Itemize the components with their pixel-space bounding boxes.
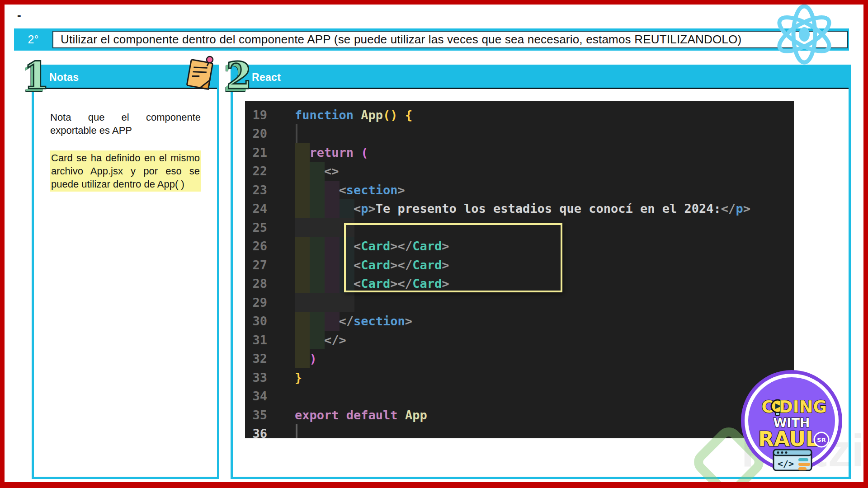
line-number: 35	[245, 408, 267, 422]
indent-guide	[296, 424, 297, 438]
code-line[interactable]: 18	[245, 101, 794, 106]
indent-guide	[325, 218, 340, 237]
code-line[interactable]: 36	[245, 424, 794, 438]
code-line[interactable]: 19function App() {	[245, 106, 794, 125]
step-2-number: 2	[226, 57, 252, 94]
code-line[interactable]: 32 )	[245, 349, 794, 368]
indent-guide	[296, 124, 297, 143]
header-bar: 2° Utilizar el componente dentro del com…	[14, 28, 849, 51]
code-line[interactable]: 33}	[245, 368, 794, 387]
code-text: <p>Te presento los estadios que conocí e…	[295, 202, 750, 216]
code-line[interactable]: 22 <>	[245, 162, 794, 181]
line-number: 19	[245, 108, 267, 122]
line-number: 32	[245, 352, 267, 366]
badge-word-coding-rest: DING	[779, 397, 827, 417]
coding-with-raul-badge: C DING WITH RAUL SR </>	[739, 368, 844, 473]
line-number: 28	[245, 277, 267, 291]
code-text: }	[295, 371, 302, 385]
code-line[interactable]: 30 </section>	[245, 312, 794, 331]
code-line[interactable]: 35export default App	[245, 406, 794, 425]
line-number: 24	[245, 202, 267, 216]
react-logo-icon	[770, 2, 839, 66]
code-text: export default App	[295, 408, 427, 422]
code-window-icon: </>	[774, 450, 811, 470]
code-text: <section>	[295, 183, 405, 197]
code-line[interactable]: 24 <p>Te presento los estadios que conoc…	[245, 199, 794, 218]
indent-guide	[295, 293, 310, 312]
code-text: </>	[295, 333, 346, 347]
notes-body: Nota que el componente exportable es APP…	[34, 89, 217, 192]
line-number: 23	[245, 183, 267, 197]
code-text: return (	[295, 145, 368, 160]
code-glyph: </>	[778, 458, 794, 469]
stray-dash: -	[17, 8, 21, 22]
code-line[interactable]: 23 <section>	[245, 181, 794, 200]
slide-page: - 2° Utilizar el componente dentro del c…	[0, 0, 868, 488]
line-number: 29	[245, 296, 267, 310]
code-text: function App() {	[295, 108, 412, 122]
memo-note-icon	[184, 55, 219, 93]
code-line[interactable]: 31 </>	[245, 331, 794, 350]
line-number: 20	[245, 127, 267, 141]
line-number: 31	[245, 333, 267, 347]
indent-guide	[310, 293, 325, 312]
notes-panel: Notas Nota que el componente exportable …	[32, 65, 219, 479]
badge-word-raul: RAUL	[758, 427, 818, 451]
code-line[interactable]: 20	[245, 124, 794, 143]
line-number: 25	[245, 221, 267, 235]
note-paragraph: Nota que el componente exportable es APP	[50, 111, 201, 137]
indent-guide	[340, 293, 354, 312]
indent-guide	[325, 293, 340, 312]
code-text: <>	[295, 164, 339, 178]
code-line[interactable]: 21 return (	[245, 143, 794, 162]
note-highlighted-paragraph: Card se ha definido en el mismo archivo …	[50, 150, 201, 192]
header-title-box: Utilizar el componente dentro del compon…	[52, 31, 848, 48]
code-line[interactable]: 29	[245, 293, 794, 312]
code-text: </section>	[295, 314, 412, 328]
step-1-number: 1	[24, 57, 49, 94]
line-number: 30	[245, 314, 267, 328]
react-panel-header: React	[233, 67, 849, 89]
sr-sub-badge: SR	[814, 432, 829, 447]
code-editor[interactable]: 1819function App() {2021 return (22 <>23…	[245, 101, 794, 438]
line-number: 26	[245, 239, 267, 253]
line-number: 18	[245, 101, 267, 103]
line-number: 27	[245, 258, 267, 272]
line-number: 22	[245, 164, 267, 178]
code-line[interactable]: 34	[245, 387, 794, 406]
code-text: )	[295, 352, 317, 366]
line-number: 33	[245, 371, 267, 385]
line-number: 36	[245, 427, 267, 438]
line-number: 21	[245, 145, 267, 160]
page-title: Utilizar el componente dentro del compon…	[61, 33, 741, 47]
svg-text:SR: SR	[817, 436, 826, 443]
step-number-badge: 2°	[14, 28, 52, 51]
indent-guide	[295, 218, 310, 237]
card-highlight-box	[344, 223, 562, 292]
line-number: 34	[245, 389, 267, 403]
indent-guide	[310, 218, 325, 237]
